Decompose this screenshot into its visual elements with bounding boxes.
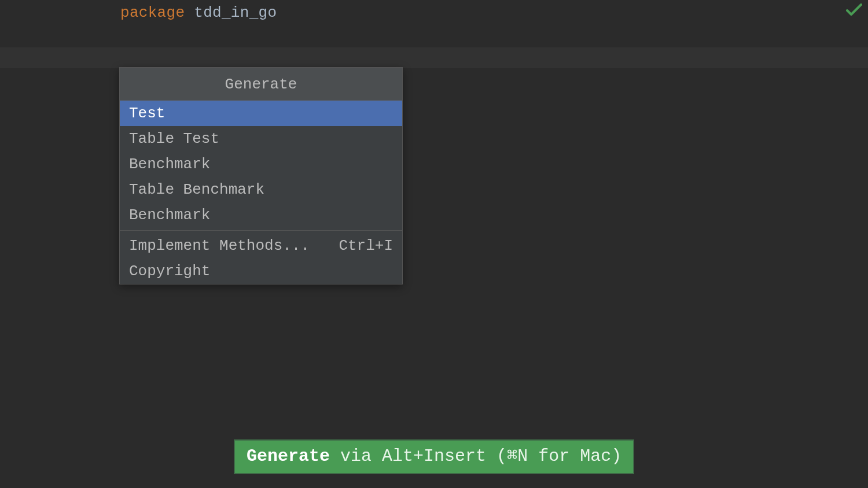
token-keyword-package: package: [120, 4, 185, 21]
popup-item-label: Implement Methods...: [129, 236, 310, 255]
popup-item-label: Copyright: [129, 262, 210, 280]
shortcut-hint: Generate via Alt+Insert (⌘N for Mac): [234, 439, 634, 474]
popup-item-label: Table Test: [129, 130, 219, 148]
popup-title: Generate: [120, 68, 402, 101]
popup-item-label: Table Benchmark: [129, 180, 264, 199]
popup-item-benchmark-2[interactable]: Benchmark: [120, 202, 402, 228]
popup-item-shortcut: Ctrl+I: [339, 236, 393, 255]
editor-area[interactable]: package tdd_in_go Generate Test Table Te…: [0, 0, 868, 488]
popup-item-table-benchmark[interactable]: Table Benchmark: [120, 177, 402, 202]
checkmark-icon: [846, 3, 862, 19]
popup-item-label: Benchmark: [129, 206, 210, 224]
popup-item-table-test[interactable]: Table Test: [120, 126, 402, 151]
token-identifier-package-name: tdd_in_go: [194, 4, 277, 21]
popup-item-implement-methods[interactable]: Implement Methods... Ctrl+I: [120, 233, 402, 258]
hint-strong: Generate: [247, 446, 330, 466]
popup-item-benchmark[interactable]: Benchmark: [120, 151, 402, 177]
code-line-1: package tdd_in_go: [120, 3, 277, 22]
popup-item-label: Benchmark: [129, 155, 210, 173]
generate-popup: Generate Test Table Test Benchmark Table…: [119, 67, 403, 284]
popup-item-label: Test: [129, 104, 165, 123]
popup-separator: [120, 230, 402, 231]
popup-item-test[interactable]: Test: [120, 101, 402, 126]
popup-item-copyright[interactable]: Copyright: [120, 258, 402, 284]
hint-rest: via Alt+Insert (⌘N for Mac): [330, 446, 621, 466]
current-line-highlight: [0, 47, 868, 68]
